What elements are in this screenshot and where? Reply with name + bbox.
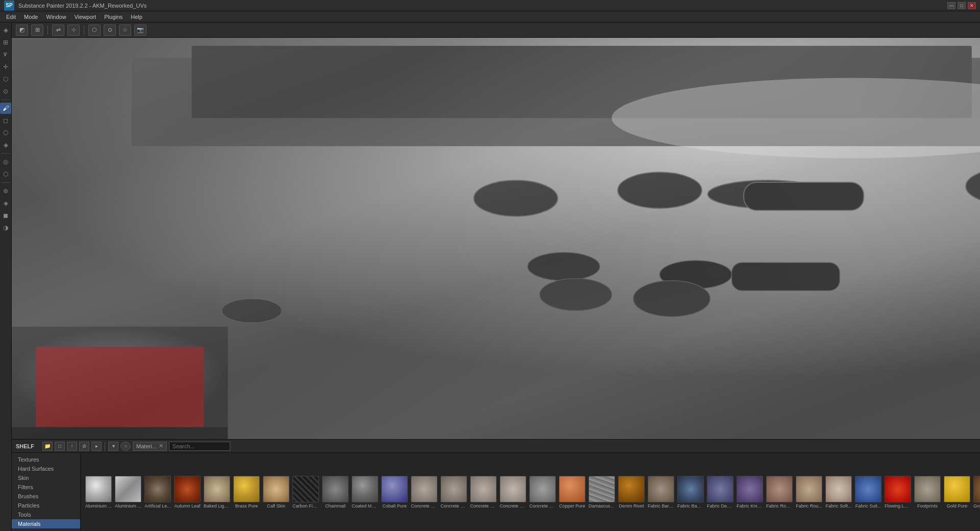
shelf-tag-close[interactable]: ✕ bbox=[159, 443, 163, 449]
shelf-material-8[interactable]: Chainmail bbox=[322, 476, 349, 509]
shelf-cat-materials[interactable]: Materials bbox=[12, 519, 80, 528]
tool-eyedrop[interactable]: ◎ bbox=[0, 156, 11, 167]
shelf-material-7[interactable]: Carbon Fiber bbox=[292, 476, 320, 509]
vt-shot-btn[interactable]: 📷 bbox=[134, 25, 146, 36]
minimize-button[interactable]: — bbox=[947, 2, 955, 9]
shelf-filter-btn[interactable]: ▾ bbox=[108, 442, 118, 451]
svg-point-13 bbox=[633, 281, 710, 317]
tool-camera[interactable]: ⊙ bbox=[0, 86, 11, 97]
tool-erase[interactable]: ◻ bbox=[0, 115, 11, 126]
tool-user[interactable]: ⬡ bbox=[0, 168, 11, 180]
vt-view-btn[interactable]: ⬡ bbox=[88, 25, 101, 36]
shelf-circle-btn[interactable]: ○ bbox=[120, 442, 131, 451]
shelf-cat-textures[interactable]: Textures bbox=[12, 455, 80, 464]
shelf-tag-label: Materi... bbox=[136, 443, 157, 449]
tool-fill[interactable]: ⬡ bbox=[0, 127, 11, 138]
menu-mode[interactable]: Mode bbox=[20, 13, 42, 21]
shelf-cat-skin[interactable]: Skin bbox=[12, 473, 80, 482]
vt-layer-btn[interactable]: ⇌ bbox=[52, 25, 64, 36]
tool-3d[interactable]: ⬡ bbox=[0, 74, 11, 85]
shelf-material-2[interactable]: Artificial Le... bbox=[144, 476, 172, 509]
maximize-button[interactable]: □ bbox=[958, 2, 966, 9]
shelf-export-btn[interactable]: ⊘ bbox=[79, 442, 89, 451]
shelf-material-28[interactable]: Footprints bbox=[914, 476, 941, 509]
shelf-material-4[interactable]: Baked Light_ bbox=[203, 476, 231, 509]
shelf-cat-brushes[interactable]: Brushes bbox=[12, 492, 80, 501]
shelf-material-9[interactable]: Coated Metal bbox=[351, 476, 379, 509]
shelf-material-22[interactable]: Fabric Knitt... bbox=[736, 476, 764, 509]
vt-light-btn[interactable]: ☆ bbox=[119, 25, 131, 36]
shelf-cat-hard[interactable]: Hard Surfaces bbox=[12, 464, 80, 473]
shelf-material-30[interactable]: Ground Gra... bbox=[973, 476, 980, 509]
tool-grid[interactable]: ⊞ bbox=[0, 37, 11, 48]
svg-rect-6 bbox=[744, 182, 864, 210]
shelf-material-27[interactable]: Flowing Lav... bbox=[884, 476, 912, 509]
tool-paint2[interactable]: ◈ bbox=[0, 198, 11, 209]
menu-edit[interactable]: Edit bbox=[2, 13, 20, 21]
shelf-material-21[interactable]: Fabric Deni... bbox=[706, 476, 734, 509]
tool-brush[interactable]: 🖌 bbox=[0, 103, 11, 114]
vt-grid-btn[interactable]: ⊞ bbox=[31, 25, 43, 36]
shelf-material-thumb-20 bbox=[677, 476, 704, 502]
shelf-material-29[interactable]: Gold Pure bbox=[943, 476, 971, 509]
shelf-material-label-27: Flowing Lav... bbox=[885, 503, 911, 509]
shelf-cat-tools[interactable]: Tools bbox=[12, 510, 80, 519]
shelf-material-12[interactable]: Concrete Cl... bbox=[440, 476, 468, 509]
shelf-material-11[interactable]: Concrete B... bbox=[410, 476, 438, 509]
tool-select[interactable]: ◈ bbox=[0, 25, 11, 36]
shelf-new-btn[interactable]: □ bbox=[55, 442, 65, 451]
shelf-material-thumb-16 bbox=[559, 476, 585, 502]
shelf-search-input[interactable] bbox=[169, 442, 230, 451]
vt-align-btn[interactable]: ⊹ bbox=[67, 25, 80, 36]
shelf-material-20[interactable]: Fabric Base... bbox=[677, 476, 704, 509]
tool-settings2[interactable]: ⊛ bbox=[0, 185, 11, 197]
shelf-cat-filters[interactable]: Filters bbox=[12, 482, 80, 492]
shelf-material-10[interactable]: Cobalt Pure bbox=[381, 476, 408, 509]
shelf-material-1[interactable]: Aluminium ... bbox=[114, 476, 142, 509]
shelf-material-15[interactable]: Concrete S... bbox=[529, 476, 556, 509]
main-layout: ◈ ⊞ ⛛ ✛ ⬡ ⊙ 🖌 ◻ ⬡ ◈ ◎ ⬡ ⊛ ◈ ◼ ◑ ◩ ⊞ ⇌ ⊹ … bbox=[0, 22, 980, 531]
menu-window[interactable]: Window bbox=[42, 13, 70, 21]
menu-help[interactable]: Help bbox=[127, 13, 146, 21]
shelf-material-19[interactable]: Fabric Barn... bbox=[647, 476, 675, 509]
tool-transform[interactable]: ✛ bbox=[0, 61, 11, 73]
app-logo: SP bbox=[4, 1, 14, 11]
shelf-material-label-24: Fabric Rou... bbox=[796, 503, 822, 509]
tool-light[interactable]: ◑ bbox=[0, 222, 11, 233]
close-button[interactable]: ✕ bbox=[968, 2, 976, 9]
shelf-material-thumb-25 bbox=[825, 476, 852, 502]
shelf-material-16[interactable]: Copper Pure bbox=[558, 476, 586, 509]
shelf-material-14[interactable]: Concrete Si... bbox=[499, 476, 527, 509]
viewport[interactable]: Material ▾ X Y Z bbox=[12, 38, 980, 439]
shelf-material-label-28: Footprints bbox=[917, 503, 938, 509]
vt-cam-btn[interactable]: ⊙ bbox=[104, 25, 116, 36]
shelf-folder-btn[interactable]: 📁 bbox=[42, 442, 53, 451]
tool-mask[interactable]: ◼ bbox=[0, 210, 11, 221]
shelf-material-17[interactable]: Damascus ... bbox=[588, 476, 616, 509]
shelf-material-thumb-23 bbox=[766, 476, 793, 502]
shelf-material-13[interactable]: Concrete D... bbox=[470, 476, 497, 509]
tool-stamp[interactable]: ◈ bbox=[0, 139, 11, 151]
vt-3d-btn[interactable]: ◩ bbox=[16, 25, 28, 36]
shelf-material-6[interactable]: Calf Skin bbox=[262, 476, 290, 509]
shelf-material-label-21: Fabric Deni... bbox=[707, 503, 733, 509]
shelf-material-5[interactable]: Brass Pure bbox=[233, 476, 260, 509]
shelf-material-24[interactable]: Fabric Rou... bbox=[795, 476, 823, 509]
shelf-more-btn[interactable]: ▸ bbox=[91, 442, 102, 451]
shelf-cat-particles[interactable]: Particles bbox=[12, 501, 80, 510]
shelf-material-3[interactable]: Autumn Leaf bbox=[174, 476, 201, 509]
menu-viewport[interactable]: Viewport bbox=[70, 13, 101, 21]
shelf-material-26[interactable]: Fabric Suit... bbox=[854, 476, 882, 509]
shelf-material-25[interactable]: Fabric Soft... bbox=[825, 476, 852, 509]
shelf-material-23[interactable]: Fabric Rough bbox=[766, 476, 793, 509]
shelf-material-tag[interactable]: Materi... ✕ bbox=[133, 442, 167, 451]
shelf-import-btn[interactable]: ↑ bbox=[67, 442, 77, 451]
tool-paint[interactable]: ⛛ bbox=[0, 49, 11, 60]
svg-point-4 bbox=[618, 172, 702, 208]
shelf-material-0[interactable]: Aluminium ... bbox=[85, 476, 112, 509]
shelf-material-thumb-11 bbox=[411, 476, 437, 502]
shelf-material-label-14: Concrete Si... bbox=[500, 503, 526, 509]
shelf-material-18[interactable]: Denim Rivet bbox=[618, 476, 645, 509]
shelf-material-label-25: Fabric Soft... bbox=[825, 503, 851, 509]
menu-plugins[interactable]: Plugins bbox=[100, 13, 127, 21]
